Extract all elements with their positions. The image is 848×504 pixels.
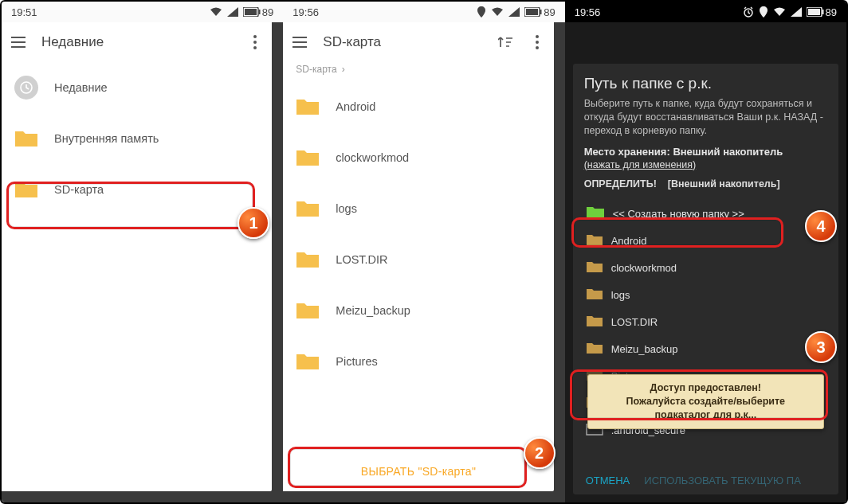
- folder-row[interactable]: Android: [283, 81, 553, 132]
- folder-label: Pictures: [336, 355, 377, 368]
- use-current-button[interactable]: ИСПОЛЬЗОВАТЬ ТЕКУЩУЮ ПА: [644, 475, 801, 486]
- detect-button[interactable]: ОПРЕДЕЛИТЬ!: [584, 178, 657, 189]
- toast: Доступ предоставлен! Пожалуйста создайте…: [587, 374, 824, 429]
- alarm-icon: [743, 6, 754, 18]
- folder-label: Meizu_backup: [336, 304, 410, 317]
- location-icon: [759, 6, 768, 18]
- folder-label: Meizu_backup: [611, 343, 678, 355]
- svg-point-12: [536, 46, 539, 49]
- folder-label: LOST.DIR: [611, 316, 658, 328]
- list-item-label: Внутренняя память: [54, 132, 159, 145]
- list-item-recent[interactable]: Недавние: [2, 62, 272, 113]
- folder-label: logs: [611, 289, 630, 301]
- folder-row[interactable]: Android: [584, 228, 827, 255]
- breadcrumb[interactable]: SD-карта ›: [283, 62, 553, 81]
- menu-icon[interactable]: [291, 33, 308, 51]
- external-storage-button[interactable]: [Внешний накопитель]: [668, 178, 780, 189]
- svg-rect-8: [526, 9, 538, 15]
- toast-line: подкаталог для р.к...: [596, 408, 815, 422]
- battery-indicator: 89: [524, 6, 555, 18]
- list-item-internal[interactable]: Внутренняя память: [2, 113, 272, 164]
- folder-icon: [586, 315, 603, 330]
- dialog-toolbar: ОПРЕДЕЛИТЬ! [Внешний накопитель]: [584, 178, 827, 194]
- status-bar: 19:56 89: [283, 2, 564, 22]
- folder-row[interactable]: clockworkmod: [283, 132, 553, 183]
- status-time: 19:56: [292, 6, 319, 18]
- toast-line: Пожалуйста создайте/выберите: [596, 395, 815, 408]
- svg-rect-1: [245, 9, 257, 15]
- folder-label: clockworkmod: [336, 151, 409, 164]
- sd-browser-app: SD-карта SD-карта › Android clockworkmod…: [283, 22, 553, 491]
- title-text: Недавние: [41, 34, 104, 50]
- svg-rect-16: [822, 10, 823, 14]
- folder-row[interactable]: Meizu_backup: [283, 285, 553, 336]
- wifi-icon: [210, 7, 222, 17]
- phone-3: 19:56 89 Н: [565, 2, 846, 502]
- folder-icon: [296, 352, 320, 371]
- status-time: 19:51: [11, 6, 37, 18]
- folder-label: Android: [336, 100, 375, 113]
- toast-line: Доступ предоставлен!: [596, 381, 815, 395]
- sort-icon[interactable]: [497, 33, 514, 51]
- phone-2: 19:56 89: [283, 2, 564, 502]
- folder-icon: [586, 342, 603, 357]
- phone-1: 19:51 89 Недавние: [2, 2, 283, 502]
- folder-icon: [296, 148, 320, 167]
- svg-point-3: [253, 35, 257, 38]
- cancel-button[interactable]: ОТМЕНА: [586, 475, 630, 486]
- folder-row[interactable]: clockworkmod: [584, 255, 827, 282]
- list-item-label: SD-карта: [54, 183, 104, 196]
- folder-row[interactable]: Pictures: [283, 336, 553, 387]
- title-text: SD-карта: [323, 34, 381, 50]
- battery-percent: 89: [262, 6, 273, 18]
- svg-point-4: [253, 41, 257, 44]
- storage-list: Недавние Внутренняя память SD-карта: [2, 62, 272, 491]
- chevron-right-icon: ›: [342, 64, 345, 75]
- folder-icon: [14, 180, 38, 199]
- folder-row[interactable]: logs: [584, 282, 827, 309]
- folder-icon: [586, 260, 603, 275]
- dialog-footer: ОТМЕНА ИСПОЛЬЗОВАТЬ ТЕКУЩУЮ ПА: [584, 468, 827, 490]
- wifi-icon: [491, 7, 504, 17]
- dialog-title: Путь к папке с р.к.: [584, 75, 827, 92]
- folder-icon: [296, 301, 320, 320]
- battery-indicator: 89: [243, 6, 273, 18]
- battery-indicator: 89: [807, 6, 837, 18]
- folder-icon: [296, 97, 320, 116]
- folder-row[interactable]: LOST.DIR: [283, 234, 553, 285]
- status-time: 19:56: [575, 6, 601, 18]
- folder-row[interactable]: Meizu_backup: [584, 336, 827, 363]
- create-folder-row[interactable]: << Создать новую папку >>: [584, 201, 827, 228]
- select-button[interactable]: ВЫБРАТЬ "SD-карта": [283, 451, 553, 491]
- file-picker-app: Недавние Недавние Внутренняя па: [2, 22, 272, 491]
- folder-row[interactable]: logs: [283, 183, 553, 234]
- more-icon[interactable]: [528, 33, 546, 51]
- clock-icon: [14, 76, 38, 100]
- dialog-description: Выберите путь к папке, куда будут сохран…: [584, 97, 827, 138]
- list-item-sdcard[interactable]: SD-карта: [2, 164, 272, 215]
- folder-label: Android: [611, 235, 647, 247]
- svg-rect-15: [808, 9, 820, 15]
- folder-icon: [14, 129, 38, 148]
- menu-icon[interactable]: [10, 33, 27, 51]
- create-folder-label: << Создать новую папку >>: [613, 208, 744, 220]
- svg-rect-2: [258, 10, 260, 14]
- breadcrumb-item: SD-карта: [296, 64, 336, 75]
- more-icon[interactable]: [246, 33, 264, 51]
- folder-label: LOST.DIR: [336, 253, 387, 266]
- badge-3: 3: [805, 331, 837, 363]
- folder-icon: [296, 199, 320, 218]
- folder-icon: [296, 250, 320, 269]
- location-icon: [477, 6, 486, 18]
- titlebar: SD-карта: [283, 22, 553, 62]
- badge-2: 2: [524, 437, 556, 469]
- select-button-label: ВЫБРАТЬ "SD-карта": [361, 465, 476, 478]
- folder-icon: [586, 287, 603, 303]
- svg-point-11: [536, 41, 539, 44]
- storage-label: Место хранения: Внешний накопитель: [584, 146, 827, 158]
- storage-change-link[interactable]: (нажать для изменения): [584, 159, 827, 170]
- signal-icon: [227, 7, 238, 17]
- titlebar: Недавние: [2, 22, 272, 62]
- folder-row[interactable]: LOST.DIR: [584, 309, 827, 336]
- svg-point-5: [253, 46, 257, 49]
